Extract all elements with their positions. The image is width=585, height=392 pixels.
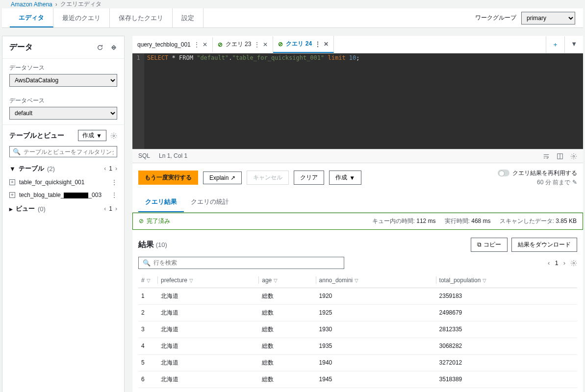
tab-query-stats[interactable]: クエリの統計 — [184, 193, 236, 212]
sql-code[interactable]: SELECT * FROM "default"."table_for_quick… — [144, 53, 363, 149]
results-page: 1 — [555, 259, 558, 267]
clear-button[interactable]: クリア — [294, 171, 324, 185]
column-header[interactable]: anno_domini▽ — [316, 273, 436, 288]
table-row: 1北海道総数19202359183 — [138, 288, 577, 304]
editor-statusbar: SQL Ln 1, Col 1 — [132, 149, 583, 163]
gutter: 1 — [132, 53, 144, 149]
check-icon: ⊘ — [218, 41, 223, 48]
sort-icon: ▽ — [189, 278, 193, 283]
tab-recent[interactable]: 最近のクエリ — [53, 8, 110, 27]
tab-settings[interactable]: 設定 — [173, 8, 203, 27]
table-row: 7北海道総数19504295567 — [138, 388, 577, 392]
run-again-button[interactable]: もう一度実行する — [138, 171, 198, 185]
kebab-icon[interactable]: ⋮ — [111, 192, 117, 198]
results-filter[interactable]: 🔍 — [138, 257, 344, 269]
table-cell: 2 — [138, 304, 158, 321]
main-tabs: エディタ 最近のクエリ 保存したクエリ 設定 ワークグループ primary — [2, 8, 583, 28]
reuse-age: 60 分 前まで — [537, 178, 570, 187]
table-cell: 3272012 — [436, 354, 577, 371]
sql-editor[interactable]: 1 SELECT * FROM "default"."table_for_qui… — [132, 53, 583, 149]
close-icon[interactable]: ✕ — [263, 41, 268, 48]
close-icon[interactable]: ✕ — [324, 41, 329, 48]
edit-icon[interactable]: ✎ — [572, 179, 577, 186]
table-cell: 総数 — [259, 321, 316, 338]
query-tab[interactable]: ⊘ クエリ 23 ⋮ ✕ — [213, 36, 274, 52]
expand-icon[interactable]: + — [9, 192, 15, 198]
data-title: データ — [9, 42, 33, 52]
create-table-button[interactable]: 作成 ▼ — [78, 130, 106, 141]
kebab-icon[interactable]: ⋮ — [111, 179, 117, 186]
explain-button[interactable]: Explain ↗ — [203, 172, 242, 184]
gear-icon[interactable] — [570, 152, 577, 160]
expand-icon[interactable]: + — [9, 179, 15, 185]
table-cell: 1 — [138, 288, 158, 304]
tab-saved[interactable]: 保存したクエリ — [110, 8, 173, 27]
column-header[interactable]: total_population▽ — [436, 273, 577, 288]
collapse-icon[interactable] — [110, 44, 117, 51]
tabs-menu-button[interactable]: ▼ — [564, 36, 583, 53]
database-select[interactable]: default — [9, 107, 117, 120]
download-button[interactable]: 結果をダウンロード — [511, 238, 577, 252]
layout-icon[interactable] — [557, 152, 563, 160]
table-cell: 1920 — [316, 288, 436, 304]
table-cell: 北海道 — [158, 338, 259, 354]
tab-query-results[interactable]: クエリ結果 — [138, 193, 184, 212]
sort-icon: ▽ — [355, 278, 358, 283]
copy-button[interactable]: ⧉ コピー — [471, 238, 508, 252]
add-tab-button[interactable]: ＋ — [546, 36, 564, 53]
kebab-icon[interactable]: ⋮ — [194, 41, 200, 48]
results-count: (10) — [156, 241, 167, 248]
prev-page-icon[interactable]: ‹ — [548, 259, 550, 267]
tab-editor[interactable]: エディタ — [10, 8, 53, 27]
wrap-icon[interactable] — [543, 152, 550, 160]
caret-right-icon[interactable]: ▸ — [9, 205, 13, 213]
query-tab[interactable]: ⊘ クエリ 24 ⋮ ✕ — [273, 36, 334, 53]
datasource-select[interactable]: AwsDataCatalog — [9, 74, 117, 87]
success-icon: ⊘ — [139, 218, 144, 224]
table-cell: 総数 — [259, 338, 316, 354]
caret-down-icon[interactable]: ▼ — [9, 165, 16, 172]
table-cell: 1930 — [316, 321, 436, 338]
table-row: 3北海道総数19302812335 — [138, 321, 577, 338]
views-count: (0) — [38, 205, 46, 213]
workgroup-select[interactable]: primary — [521, 12, 575, 24]
prev-icon[interactable]: ‹ — [104, 205, 106, 212]
table-cell: 4295567 — [436, 388, 577, 392]
query-tab[interactable]: query_techblog_001 ⋮ ✕ — [132, 37, 213, 52]
sort-icon: ▽ — [147, 278, 151, 283]
gear-icon[interactable] — [570, 259, 577, 267]
next-page-icon[interactable]: › — [563, 259, 565, 267]
table-item[interactable]: +tech_blog_table__003 ⋮ — [2, 189, 124, 201]
query-tab-label: クエリ 24 — [286, 40, 312, 48]
table-cell: 1950 — [316, 388, 436, 392]
editor-lang: SQL — [138, 152, 150, 159]
table-item[interactable]: +table_for_quicksight_001 ⋮ — [2, 176, 124, 189]
kebab-icon[interactable]: ⋮ — [315, 41, 321, 48]
column-header[interactable]: #▽ — [138, 273, 158, 288]
scan-label: スキャンしたデータ: — [500, 218, 554, 224]
table-cell: 2812335 — [436, 321, 577, 338]
column-header[interactable]: prefecture▽ — [158, 273, 259, 288]
table-cell: 北海道 — [158, 388, 259, 392]
run-value: 468 ms — [471, 218, 490, 224]
column-header[interactable]: age▽ — [259, 273, 316, 288]
table-cell: 総数 — [259, 304, 316, 321]
results-filter-input[interactable] — [153, 259, 340, 266]
next-icon[interactable]: › — [115, 165, 117, 172]
kebab-icon[interactable]: ⋮ — [254, 41, 260, 48]
gear-icon[interactable] — [110, 132, 117, 140]
table-filter-input[interactable] — [24, 148, 114, 155]
next-icon[interactable]: › — [115, 205, 117, 212]
close-icon[interactable]: ✕ — [203, 41, 207, 48]
prev-icon[interactable]: ‹ — [104, 165, 106, 172]
table-cell: 総数 — [259, 371, 316, 388]
breadcrumb-sep: › — [55, 1, 57, 8]
refresh-icon[interactable] — [97, 44, 103, 51]
table-cell: 1945 — [316, 371, 436, 388]
create-button[interactable]: 作成 ▼ — [329, 171, 361, 185]
table-filter[interactable]: 🔍 — [9, 146, 117, 157]
breadcrumb-service[interactable]: Amazon Athena — [11, 1, 52, 8]
table-name: tech_blog_table__003 — [19, 192, 102, 198]
reuse-toggle[interactable] — [498, 170, 509, 176]
reuse-label: クエリ結果を再利用する — [512, 169, 577, 177]
